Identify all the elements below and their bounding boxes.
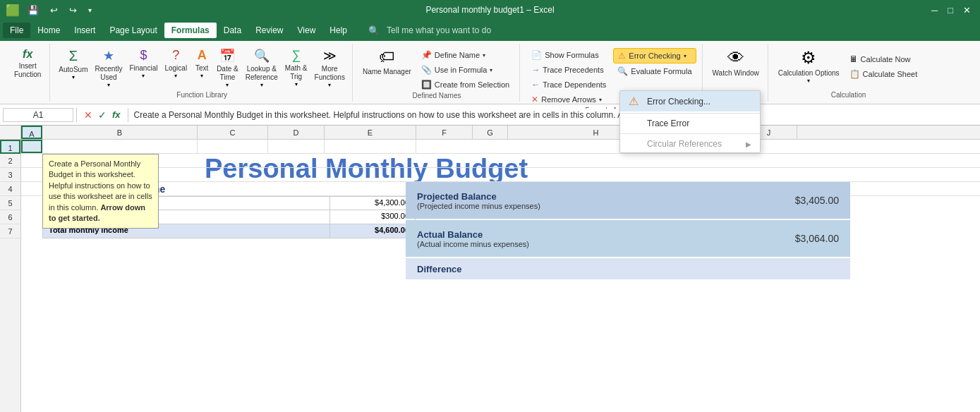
- menu-insert[interactable]: Insert: [67, 23, 102, 38]
- row-num-3[interactable]: 3: [0, 168, 20, 182]
- minimize-icon[interactable]: ─: [928, 4, 941, 17]
- row-num-5[interactable]: 5: [0, 196, 20, 210]
- calculate-now-button[interactable]: 🖩 Calculate Now: [845, 52, 922, 66]
- cancel-formula-icon[interactable]: ✕: [83, 108, 94, 122]
- text-button[interactable]: A Text ▾: [191, 47, 212, 80]
- date-time-button[interactable]: 📅 Date &Time ▾: [214, 47, 241, 90]
- ribbon-group-insert-function: fx InsertFunction: [6, 44, 50, 102]
- row-num-7[interactable]: 7: [0, 224, 20, 238]
- insert-function-button[interactable]: fx InsertFunction: [11, 47, 44, 80]
- evaluate-formula-button[interactable]: 🔍 Evaluate Formula: [613, 64, 696, 78]
- recently-used-button[interactable]: ★ RecentlyUsed ▾: [92, 47, 126, 90]
- lookup-reference-button[interactable]: 🔍 Lookup &Reference ▾: [243, 47, 281, 90]
- remove-arrows-button[interactable]: ✕ Remove Arrows ▾: [527, 92, 610, 107]
- logical-dropdown-icon[interactable]: ▾: [174, 73, 177, 79]
- text-label: Text: [195, 64, 208, 73]
- use-dropdown-icon[interactable]: ▾: [490, 67, 492, 73]
- show-formulas-icon: 📄: [531, 50, 542, 60]
- define-name-button[interactable]: 📌 Define Name ▾: [417, 48, 514, 62]
- confirm-formula-icon[interactable]: ✓: [97, 108, 108, 122]
- row-num-1[interactable]: 1: [0, 140, 20, 154]
- col-header-g[interactable]: G: [473, 126, 508, 139]
- error-checking-label: Error Checking...: [647, 97, 710, 107]
- lookup-dropdown-icon[interactable]: ▾: [260, 82, 263, 88]
- row-num-6[interactable]: 6: [0, 210, 20, 224]
- col-header-e[interactable]: E: [325, 126, 416, 139]
- show-formulas-button[interactable]: 📄 Show Formulas: [527, 48, 610, 62]
- defined-names-label: Defined Names: [360, 92, 514, 99]
- menu-file[interactable]: File: [3, 23, 30, 38]
- lookup-icon: 🔍: [254, 48, 270, 63]
- use-in-formula-button[interactable]: 📎 Use in Formula ▾: [417, 63, 514, 77]
- dropdown-trace-error-item[interactable]: Trace Error: [620, 115, 760, 132]
- trace-dependents-button[interactable]: ← Trace Dependents: [527, 78, 610, 92]
- trace-dependents-icon: ←: [531, 80, 540, 90]
- tooltip-text: Create a Personal Monthly Budget in this…: [49, 159, 152, 222]
- tell-me-search[interactable]: Tell me what you want to do: [380, 23, 498, 38]
- error-checking-dropdown-icon[interactable]: ▾: [684, 53, 686, 59]
- function-library-label: Function Library: [56, 91, 348, 99]
- quick-access-dropdown-icon[interactable]: ▾: [85, 5, 95, 16]
- error-checking-button[interactable]: ⚠ Error Checking ▾: [613, 48, 696, 63]
- create-from-selection-button[interactable]: 🔲 Create from Selection: [417, 78, 514, 92]
- logical-button[interactable]: ? Logical ▾: [162, 47, 190, 80]
- cell-a1[interactable]: [21, 140, 42, 153]
- more-functions-label: MoreFunctions: [315, 65, 345, 82]
- col-header-f[interactable]: F: [416, 126, 473, 139]
- grid-area: Create a Personal Monthly Budget in this…: [21, 140, 980, 412]
- name-manager-icon: 🏷: [379, 48, 394, 66]
- menu-formulas[interactable]: Formulas: [164, 23, 217, 38]
- title-bar-left: 🟩 💾 ↩ ↪ ▾: [6, 4, 95, 17]
- more-functions-dropdown-icon[interactable]: ▾: [328, 82, 331, 88]
- col-header-b[interactable]: B: [42, 126, 198, 139]
- name-manager-button[interactable]: 🏷 Name Manager: [360, 47, 414, 92]
- maximize-icon[interactable]: □: [944, 4, 957, 17]
- row-num-2[interactable]: 2: [0, 154, 20, 168]
- autosum-label: AutoSum: [59, 66, 87, 74]
- col-header-a[interactable]: A: [21, 126, 42, 139]
- cell-b1[interactable]: [42, 140, 198, 153]
- calculation-group: ⚙ Calculation Options ▾ 🖩 Calculate Now …: [770, 44, 927, 102]
- remove-arrows-icon: ✕: [531, 95, 538, 104]
- menu-page-layout[interactable]: Page Layout: [102, 23, 164, 38]
- menu-home[interactable]: Home: [30, 23, 67, 38]
- trace-precedents-icon: →: [531, 65, 540, 75]
- calculation-options-button[interactable]: ⚙ Calculation Options ▾: [775, 47, 842, 91]
- name-box[interactable]: [3, 108, 73, 122]
- ribbon: fx InsertFunction Σ AutoSum ▾ ★ Recently…: [0, 41, 980, 104]
- row-num-4[interactable]: 4: [0, 182, 20, 196]
- define-name-dropdown-icon[interactable]: ▾: [483, 52, 485, 59]
- projected-balance-label: Projected Balance (Projected income minu…: [417, 191, 795, 210]
- dropdown-error-checking-item[interactable]: ⚠ Error Checking...: [620, 91, 760, 111]
- more-functions-button[interactable]: ≫ MoreFunctions ▾: [312, 47, 348, 90]
- redo-icon[interactable]: ↪: [66, 4, 80, 17]
- date-time-dropdown-icon[interactable]: ▾: [226, 82, 229, 88]
- math-trig-button[interactable]: ∑ Math &Trig ▾: [282, 47, 310, 89]
- dropdown-circular-references-item[interactable]: Circular References ▶: [620, 135, 760, 152]
- text-dropdown-icon[interactable]: ▾: [200, 73, 203, 79]
- menu-review[interactable]: Review: [248, 23, 290, 38]
- close-icon[interactable]: ✕: [960, 4, 974, 17]
- autosum-button[interactable]: Σ AutoSum ▾: [56, 47, 90, 82]
- undo-icon[interactable]: ↩: [47, 4, 61, 17]
- financial-dropdown-icon[interactable]: ▾: [142, 73, 145, 79]
- calc-options-dropdown-icon[interactable]: ▾: [807, 78, 810, 84]
- remove-arrows-dropdown-icon[interactable]: ▾: [599, 97, 602, 103]
- calculate-sheet-button[interactable]: 📋 Calculate Sheet: [845, 67, 922, 81]
- financial-button[interactable]: $ Financial ▾: [126, 47, 160, 80]
- col-header-d[interactable]: D: [268, 126, 325, 139]
- menu-help[interactable]: Help: [322, 23, 354, 38]
- column-headers: A B C D E F G H I J: [0, 126, 980, 140]
- formula-input[interactable]: [131, 109, 977, 121]
- menu-view[interactable]: View: [291, 23, 323, 38]
- trace-precedents-button[interactable]: → Trace Precedents: [527, 63, 610, 77]
- math-dropdown-icon[interactable]: ▾: [295, 81, 298, 87]
- insert-formula-icon[interactable]: fx: [111, 108, 122, 121]
- watch-window-button[interactable]: 👁 Watch Window: [710, 47, 762, 79]
- col-header-c[interactable]: C: [198, 126, 268, 139]
- menu-data[interactable]: Data: [217, 23, 248, 38]
- autosum-dropdown-icon[interactable]: ▾: [72, 74, 75, 80]
- recently-used-dropdown-icon[interactable]: ▾: [107, 82, 110, 88]
- function-library-buttons: Σ AutoSum ▾ ★ RecentlyUsed ▾ $ Financial…: [56, 47, 348, 91]
- save-icon[interactable]: 💾: [24, 4, 42, 17]
